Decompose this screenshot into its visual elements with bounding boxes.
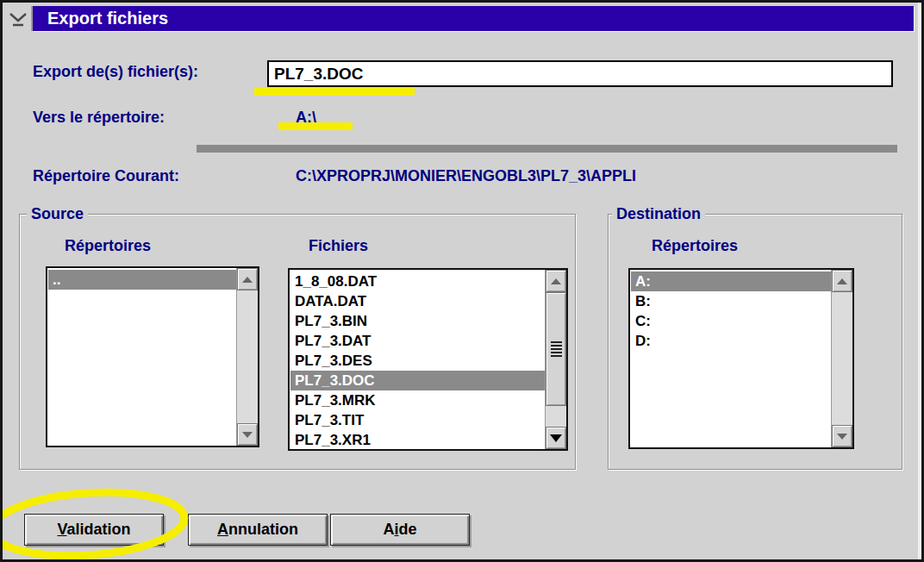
system-menu-button[interactable] <box>5 6 33 31</box>
validation-button[interactable]: Validation <box>24 514 164 546</box>
scrollbar[interactable] <box>545 270 566 449</box>
scroll-down-button[interactable] <box>832 425 852 447</box>
source-group: Source Répertoires Fichiers .. 1_8_08.DA… <box>19 214 576 470</box>
window-title: Export fichiers <box>47 9 168 28</box>
scroll-down-icon <box>242 432 253 438</box>
list-item[interactable]: .. <box>48 270 236 290</box>
solid-arrow-down-icon <box>550 434 562 442</box>
scrollbar-thumb[interactable] <box>546 292 566 406</box>
scroll-up-button[interactable] <box>546 270 566 292</box>
chevron-down-icon <box>7 10 29 28</box>
underline-annotation <box>278 122 353 130</box>
scroll-up-button[interactable] <box>237 268 258 290</box>
destination-directories-list[interactable]: A:B:C:D: <box>628 268 854 449</box>
aide-button[interactable]: Aide <box>330 514 470 546</box>
list-item[interactable]: PL7_3.MRK <box>290 390 545 410</box>
scroll-up-icon <box>837 278 847 284</box>
list-item[interactable]: PL7_3.DES <box>290 351 545 371</box>
scroll-up-icon <box>242 277 253 283</box>
list-items: 1_8_08.DATDATA.DATPL7_3.BINPL7_3.DATPL7_… <box>290 271 545 448</box>
scrollbar-track[interactable] <box>546 292 566 427</box>
list-item[interactable]: PL7_3.TIT <box>290 410 545 430</box>
destination-group: Destination Répertoires A:B:C:D: <box>608 214 902 470</box>
underline-annotation <box>254 88 415 96</box>
scrollbar-track[interactable] <box>237 290 258 423</box>
list-item[interactable]: C: <box>631 311 831 331</box>
destination-directory-label: Vers le répertoire: <box>33 109 165 127</box>
list-item[interactable]: PL7_3.XR1 <box>290 430 545 448</box>
source-directories-list[interactable]: .. <box>46 266 259 447</box>
source-files-label: Fichiers <box>309 237 368 255</box>
list-item[interactable]: DATA.DAT <box>290 291 545 311</box>
list-item[interactable]: PL7_3.DOC <box>290 371 545 390</box>
list-item[interactable]: PL7_3.DAT <box>290 331 545 351</box>
destination-group-legend: Destination <box>612 205 705 223</box>
destination-directories-label: Répertoires <box>652 237 738 255</box>
list-item[interactable]: PL7_3.BIN <box>290 311 545 331</box>
scroll-up-button[interactable] <box>832 270 852 292</box>
list-items: .. <box>48 269 236 445</box>
scroll-down-button[interactable] <box>546 427 566 449</box>
current-directory-value: C:\XPROPRJ\MONIER\ENGOBL3\PL7_3\APPLI <box>296 167 636 185</box>
source-directories-label: Répertoires <box>65 237 151 255</box>
grip-lines-icon <box>551 341 562 357</box>
title-bar[interactable]: Export fichiers <box>33 6 914 31</box>
scrollbar[interactable] <box>236 268 258 446</box>
scroll-up-icon <box>551 278 561 284</box>
list-item[interactable]: B: <box>631 291 831 311</box>
list-item[interactable]: 1_8_08.DAT <box>290 272 545 291</box>
scrollbar[interactable] <box>831 270 852 447</box>
source-files-list[interactable]: 1_8_08.DATDATA.DATPL7_3.BINPL7_3.DATPL7_… <box>288 268 568 451</box>
list-item[interactable]: D: <box>631 331 831 351</box>
list-item[interactable]: A: <box>631 272 831 291</box>
export-files-label: Export de(s) fichier(s): <box>33 63 198 81</box>
source-group-legend: Source <box>27 205 88 223</box>
export-filename-input[interactable] <box>267 60 893 87</box>
scroll-down-icon <box>837 434 847 440</box>
scrollbar-track[interactable] <box>832 292 852 425</box>
export-dialog-window: Export fichiers Export de(s) fichier(s):… <box>0 0 924 562</box>
annulation-button[interactable]: Annulation <box>188 514 328 546</box>
scroll-down-button[interactable] <box>237 423 258 446</box>
divider-bar <box>197 145 897 153</box>
current-directory-label: Répertoire Courant: <box>33 167 179 185</box>
list-items: A:B:C:D: <box>631 271 831 446</box>
